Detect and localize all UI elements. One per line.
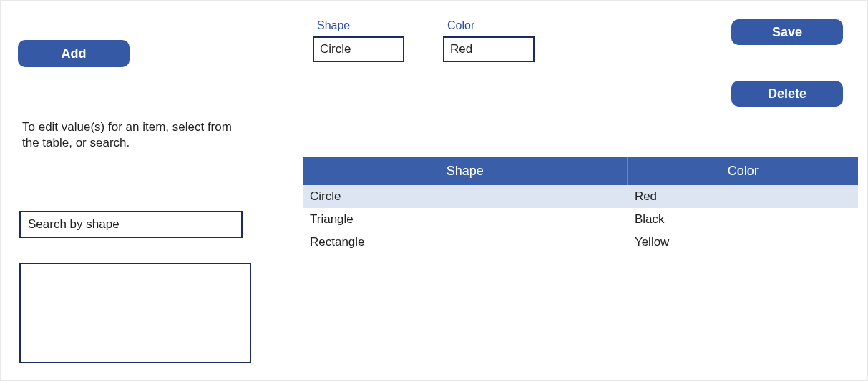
shape-field-label: Shape — [313, 19, 404, 32]
color-field-label: Color — [443, 19, 535, 32]
cell-color: Black — [628, 208, 858, 231]
save-button[interactable]: Save — [731, 19, 843, 45]
cell-shape: Triangle — [303, 208, 628, 231]
search-input[interactable] — [19, 211, 243, 238]
table-header-row: Shape Color — [303, 157, 858, 185]
table-row[interactable]: Triangle Black — [303, 208, 858, 231]
help-text: To edit value(s) for an item, select fro… — [22, 119, 237, 151]
cell-shape: Rectangle — [303, 231, 628, 254]
color-input[interactable] — [443, 36, 535, 62]
table-row[interactable]: Circle Red — [303, 185, 858, 208]
data-table: Shape Color Circle Red Triangle Black Re… — [303, 157, 858, 254]
cell-shape: Circle — [303, 185, 628, 208]
table-row[interactable]: Rectangle Yellow — [303, 231, 858, 254]
cell-color: Red — [628, 185, 858, 208]
color-field-group: Color — [443, 19, 535, 62]
add-button[interactable]: Add — [18, 40, 130, 67]
shape-input[interactable] — [313, 36, 404, 62]
delete-button[interactable]: Delete — [731, 81, 843, 107]
table-header-shape[interactable]: Shape — [303, 157, 628, 185]
cell-color: Yellow — [628, 231, 858, 254]
search-results-listbox[interactable] — [19, 263, 251, 363]
table-header-color[interactable]: Color — [628, 157, 858, 185]
shape-field-group: Shape — [313, 19, 404, 62]
